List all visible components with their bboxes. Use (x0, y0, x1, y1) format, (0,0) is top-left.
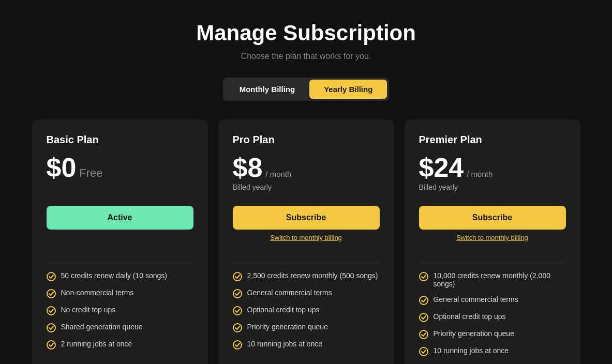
feature-item: 10,000 credits renew monthly (2,000 song… (419, 271, 566, 288)
svg-point-6 (233, 290, 242, 298)
billing-toggle: Monthly Billing Yearly Billing (223, 78, 390, 101)
svg-point-13 (420, 330, 428, 339)
feature-text: 2 running jobs at once (61, 340, 132, 348)
feature-item: No credit top ups (47, 306, 193, 315)
plan-cta-button[interactable]: Subscribe (419, 206, 566, 230)
switch-billing-placeholder (47, 234, 193, 244)
feature-text: Optional credit top ups (247, 306, 320, 314)
page-subtitle: Choose the plan that works for you. (241, 52, 371, 61)
plan-cta-button[interactable]: Active (47, 206, 193, 230)
feature-item: Shared generation queue (47, 323, 193, 332)
svg-point-7 (233, 307, 242, 315)
svg-point-11 (420, 296, 428, 305)
svg-point-9 (233, 341, 242, 349)
feature-text: Priority generation queue (434, 329, 514, 338)
plan-cta-button[interactable]: Subscribe (233, 206, 380, 230)
feature-item: 10 running jobs at once (233, 340, 380, 350)
feature-item: 50 credits renew daily (10 songs) (47, 271, 193, 281)
feature-item: 10 running jobs at once (419, 346, 566, 356)
plan-divider (233, 263, 380, 263)
plan-name: Premier Plan (419, 134, 566, 146)
feature-item: Optional credit top ups (233, 306, 380, 315)
price-free-label: Free (79, 166, 102, 180)
plan-divider (419, 263, 566, 263)
check-icon (419, 347, 428, 356)
feature-text: No credit top ups (61, 306, 116, 314)
plans-container: Basic Plan $0 Free Active 50 credits ren… (22, 119, 591, 364)
switch-billing-link[interactable]: Switch to monthly billing (419, 234, 566, 244)
svg-point-10 (420, 272, 428, 281)
check-icon (419, 296, 428, 305)
feature-item: Priority generation queue (233, 323, 380, 332)
check-icon (233, 289, 242, 298)
feature-text: Optional credit top ups (434, 312, 506, 321)
price-period: / month (467, 170, 492, 178)
check-icon (47, 340, 56, 350)
plan-name: Pro Plan (233, 134, 380, 146)
price-row: $24 / month (419, 154, 566, 181)
plan-divider (47, 263, 193, 263)
feature-text: Non-commercial terms (61, 289, 134, 297)
feature-item: General commercial terms (233, 289, 380, 298)
plan-card-basic: Basic Plan $0 Free Active 50 credits ren… (32, 119, 208, 364)
check-icon (419, 272, 428, 281)
price-row: $0 Free (47, 154, 193, 181)
feature-text: 10 running jobs at once (434, 346, 509, 355)
plan-billed-note (47, 183, 193, 193)
feature-text: 2,500 credits renew monthly (500 songs) (247, 271, 378, 280)
price-row: $8 / month (233, 154, 380, 181)
feature-text: 10 running jobs at once (247, 340, 323, 348)
svg-point-3 (47, 324, 55, 332)
feature-item: 2,500 credits renew monthly (500 songs) (233, 271, 380, 281)
check-icon (233, 340, 242, 350)
check-icon (233, 272, 242, 281)
feature-text: 10,000 credits renew monthly (2,000 song… (434, 271, 566, 288)
plan-card-premier: Premier Plan $24 / month Billed yearly S… (405, 119, 580, 364)
check-icon (47, 272, 56, 281)
check-icon (47, 323, 56, 332)
price-period: / month (265, 170, 291, 178)
plan-features: 50 credits renew daily (10 songs) Non-co… (47, 271, 193, 350)
svg-point-0 (47, 272, 55, 281)
feature-item: General commercial terms (419, 295, 566, 305)
feature-item: Priority generation queue (419, 329, 566, 339)
plan-features: 2,500 credits renew monthly (500 songs) … (233, 271, 380, 350)
check-icon (419, 330, 428, 339)
yearly-billing-button[interactable]: Yearly Billing (309, 80, 387, 99)
price-amount: $24 (419, 154, 464, 181)
page-title: Manage Subscription (196, 21, 416, 46)
svg-point-14 (420, 347, 428, 356)
svg-point-8 (233, 324, 242, 332)
check-icon (419, 313, 428, 322)
price-amount: $8 (233, 154, 263, 181)
svg-point-5 (233, 272, 242, 281)
feature-item: Optional credit top ups (419, 312, 566, 322)
feature-item: Non-commercial terms (47, 289, 193, 298)
svg-point-1 (47, 290, 55, 298)
check-icon (47, 289, 56, 298)
svg-point-4 (47, 341, 55, 349)
switch-billing-link[interactable]: Switch to monthly billing (233, 234, 380, 244)
plan-billed-note: Billed yearly (233, 183, 380, 193)
feature-text: Shared generation queue (61, 323, 143, 331)
plan-card-pro: Pro Plan $8 / month Billed yearly Subscr… (218, 119, 394, 364)
check-icon (233, 306, 242, 315)
plan-features: 10,000 credits renew monthly (2,000 song… (419, 271, 566, 356)
plan-billed-note: Billed yearly (419, 183, 566, 193)
feature-text: General commercial terms (247, 289, 332, 297)
monthly-billing-button[interactable]: Monthly Billing (225, 80, 309, 99)
svg-point-12 (420, 313, 428, 322)
feature-text: General commercial terms (434, 295, 518, 304)
feature-text: Priority generation queue (247, 323, 328, 331)
plan-name: Basic Plan (47, 134, 193, 146)
feature-item: 2 running jobs at once (47, 340, 193, 350)
price-amount: $0 (47, 154, 77, 181)
feature-text: 50 credits renew daily (10 songs) (61, 271, 167, 280)
check-icon (47, 306, 56, 315)
check-icon (233, 323, 242, 332)
svg-point-2 (47, 307, 55, 315)
